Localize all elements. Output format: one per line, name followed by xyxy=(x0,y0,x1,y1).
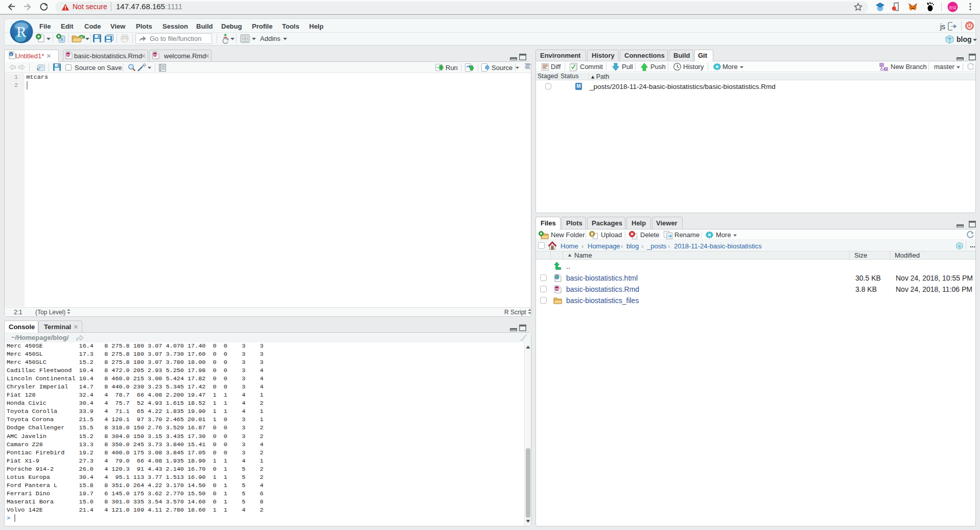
svg-text:md: md xyxy=(153,53,157,56)
svg-text:잔섭: 잔섭 xyxy=(949,5,956,10)
svg-text:R: R xyxy=(10,53,13,56)
svg-text:R: R xyxy=(959,244,961,248)
svg-text:md: md xyxy=(555,287,559,290)
svg-text:md: md xyxy=(66,53,71,56)
svg-text:R: R xyxy=(948,36,951,40)
